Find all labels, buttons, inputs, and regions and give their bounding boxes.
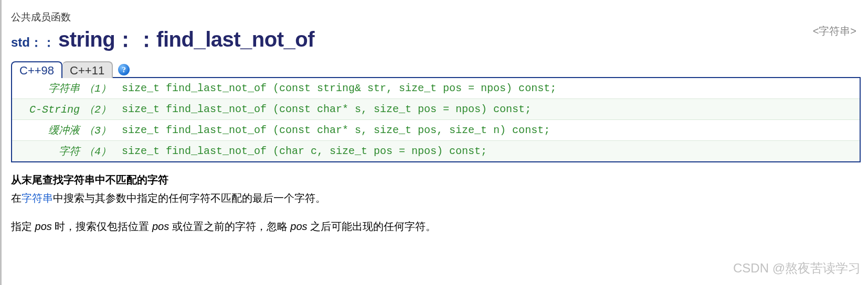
paragraph: 在字符串中搜索与其参数中指定的任何字符不匹配的最后一个字符。	[11, 190, 862, 206]
sig-kind-label: 缓冲液	[48, 125, 80, 137]
param-pos: pos	[290, 221, 307, 232]
header-include-link[interactable]: <字符串>	[813, 10, 862, 38]
sig-code: size_t find_last_not_of (const char* s, …	[117, 99, 860, 120]
text: 指定	[11, 221, 35, 232]
header-row: 公共成员函数 std：： string：：find_last_not_of <字…	[11, 10, 862, 54]
table-row: 字符（4） size_t find_last_not_of (char c, s…	[12, 141, 860, 162]
sig-index: （1）	[84, 83, 111, 95]
sig-index: （4）	[84, 146, 111, 158]
sig-index: （2）	[84, 104, 111, 116]
sig-kind-label: C-String	[29, 104, 80, 116]
table-row: 缓冲液（3） size_t find_last_not_of (const ch…	[12, 120, 860, 141]
table-row: C-String（2） size_t find_last_not_of (con…	[12, 99, 860, 120]
help-icon[interactable]: ?	[118, 64, 130, 75]
text: 中搜索与其参数中指定的任何字符不匹配的最后一个字符。	[53, 192, 326, 204]
param-pos: pos	[152, 221, 169, 232]
page-title: std：： string：：find_last_not_of	[11, 25, 813, 54]
tab-cpp98[interactable]: C++98	[11, 61, 62, 78]
text: 之后可能出现的任何字符。	[308, 221, 437, 232]
table-row: 字符串（1） size_t find_last_not_of (const st…	[12, 78, 860, 99]
sig-code: size_t find_last_not_of (const string& s…	[117, 78, 860, 99]
tab-cpp11[interactable]: C++11	[62, 61, 113, 78]
sig-code: size_t find_last_not_of (const char* s, …	[117, 120, 860, 141]
sig-code: size_t find_last_not_of (char c, size_t …	[117, 141, 860, 162]
text: 在	[11, 192, 22, 204]
section-heading: 从末尾查找字符串中不匹配的字符	[11, 173, 862, 187]
text: 或位置之前的字符，忽略	[169, 221, 290, 232]
sig-kind-label: 字符	[59, 146, 80, 158]
signatures-table: 字符串（1） size_t find_last_not_of (const st…	[11, 77, 861, 162]
param-pos: pos	[35, 221, 52, 232]
function-name: string：：find_last_not_of	[58, 25, 314, 54]
watermark: CSDN @熬夜苦读学习	[733, 260, 861, 277]
sig-kind-label: 字符串	[48, 83, 80, 95]
category-label: 公共成员函数	[11, 10, 813, 24]
namespace-prefix: std：：	[11, 34, 55, 51]
version-tabs: C++98 C++11 ?	[11, 61, 862, 78]
string-link[interactable]: 字符串	[22, 192, 53, 204]
paragraph: 指定 pos 时，搜索仅包括位置 pos 或位置之前的字符，忽略 pos 之后可…	[11, 218, 862, 234]
sig-index: （3）	[84, 125, 111, 137]
text: 时，搜索仅包括位置	[52, 221, 152, 232]
